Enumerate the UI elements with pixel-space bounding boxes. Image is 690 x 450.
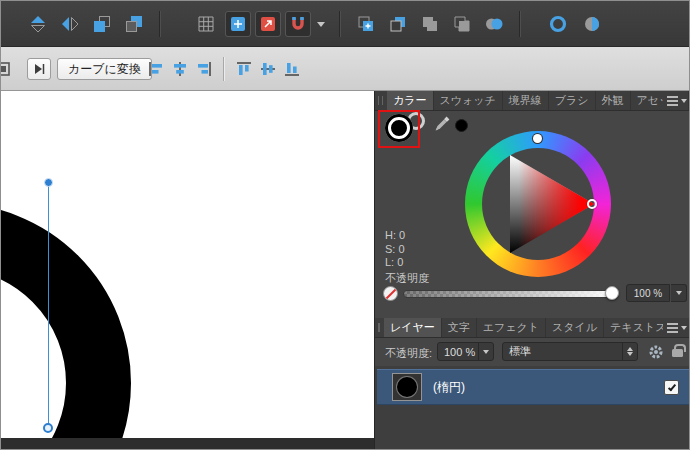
no-fill-icon[interactable] (383, 286, 398, 301)
layer-settings-gear-icon[interactable] (648, 344, 664, 363)
node-handle-top[interactable] (44, 178, 53, 187)
node-handle-bottom[interactable] (43, 423, 53, 433)
opacity-value-box[interactable]: 100 % (626, 284, 670, 302)
node-preview-icon-button[interactable] (27, 58, 51, 80)
color-wheel[interactable] (465, 131, 611, 277)
flip-horizontal-icon[interactable] (57, 11, 83, 37)
canvas-pasteboard (1, 438, 374, 450)
insert-behind-icon[interactable] (385, 11, 411, 37)
toolbar-separator (339, 11, 340, 37)
arrange-to-front-icon[interactable] (89, 11, 115, 37)
align-center-icon[interactable] (169, 59, 191, 79)
saturation-value: S: 0 (385, 243, 405, 257)
opacity-slider-track[interactable] (403, 290, 614, 298)
align-bottom-icon[interactable] (281, 59, 303, 79)
layers-list: (楕円) (375, 366, 690, 450)
show-grid-icon[interactable] (193, 11, 219, 37)
layer-name: (楕円) (433, 379, 465, 396)
lock-icon[interactable] (672, 349, 683, 357)
layers-panel-tabbar: レイヤー 文字 エフェクト スタイル テキストスタイル (375, 318, 690, 338)
arrange-to-back-icon[interactable] (121, 11, 147, 37)
align-top-icon[interactable] (233, 59, 255, 79)
eyedropper-icon[interactable] (433, 115, 451, 136)
snapping-options-caret-icon[interactable] (313, 11, 329, 37)
fill-color-swatch[interactable] (385, 114, 413, 142)
insert-duplicate-icon[interactable] (353, 11, 379, 37)
check-icon (667, 382, 675, 391)
pixel-snap-icon[interactable] (255, 11, 281, 37)
opacity-label: 不透明度 (385, 271, 429, 286)
boolean-add-icon[interactable] (417, 11, 443, 37)
main-toolbar (1, 1, 689, 47)
tab-brushes[interactable]: ブラシ (549, 91, 596, 110)
align-right-icon[interactable] (193, 59, 215, 79)
layers-panel-menu-icon[interactable] (663, 321, 687, 335)
snapping-magnet-icon[interactable] (285, 11, 311, 37)
hsl-readout: H: 0 S: 0 L: 0 (385, 229, 405, 270)
tab-layers[interactable]: レイヤー (384, 318, 442, 337)
shape-overlap-icon[interactable] (481, 11, 507, 37)
layer-opacity-dropdown[interactable]: 100 % (437, 342, 494, 361)
hue-marker[interactable] (533, 134, 542, 143)
color-panel-tabbar: カラー スウォッチ 境界線 ブラシ 外観 アセット (375, 91, 690, 111)
selection-path-line (48, 182, 49, 428)
canvas[interactable] (1, 91, 374, 438)
layer-visibility-checkbox[interactable] (664, 380, 679, 395)
ellipse-shape[interactable] (1, 203, 131, 438)
color-panel-menu-icon[interactable] (663, 94, 687, 108)
circle-half-icon[interactable] (579, 11, 605, 37)
clipped-icon[interactable] (0, 59, 15, 79)
toolbar-separator (519, 11, 520, 37)
align-left-icon[interactable] (145, 59, 167, 79)
toolbar-separator (223, 57, 224, 81)
tab-appearance[interactable]: 外観 (596, 91, 631, 110)
ellipse-thumbnail-icon (397, 377, 417, 397)
hue-value: H: 0 (385, 229, 405, 243)
tab-styles[interactable]: スタイル (546, 318, 604, 337)
affinity-designer-window: カーブに変換 カラー スウォッチ (0, 0, 690, 450)
tab-swatches[interactable]: スウォッチ (434, 91, 503, 110)
blend-mode-value: 標準 (503, 344, 622, 359)
layer-row-ellipse[interactable]: (楕円) (377, 369, 690, 405)
ellipse-ring-icon[interactable] (545, 11, 571, 37)
snap-to-grid-icon[interactable] (225, 11, 251, 37)
boolean-subtract-icon[interactable] (449, 11, 475, 37)
tab-effects[interactable]: エフェクト (477, 318, 546, 337)
right-panel: カラー スウォッチ 境界線 ブラシ 外観 アセット H: 0 S: 0 L: 0 (374, 91, 690, 450)
layers-controls: 不透明度: 100 % 標準 (375, 338, 690, 366)
panel-drag-grip[interactable] (378, 323, 380, 332)
tab-color[interactable]: カラー (387, 91, 434, 110)
convert-to-curves-button[interactable]: カーブに変換 (57, 58, 152, 80)
context-toolbar: カーブに変換 (1, 47, 689, 91)
layer-opacity-label: 不透明度: (385, 346, 432, 361)
tab-stroke[interactable]: 境界線 (503, 91, 549, 110)
flip-vertical-icon[interactable] (25, 11, 51, 37)
align-middle-icon[interactable] (257, 59, 279, 79)
panel-drag-grip[interactable] (378, 96, 383, 105)
opacity-caret-icon[interactable] (671, 284, 687, 302)
layer-opacity-value: 100 % (438, 346, 478, 358)
layer-thumbnail[interactable] (392, 373, 422, 401)
lightness-value: L: 0 (385, 256, 405, 270)
saturation-marker[interactable] (587, 199, 597, 209)
toolbar-separator (159, 11, 160, 37)
opacity-slider-knob[interactable] (605, 286, 619, 300)
blend-mode-dropdown[interactable]: 標準 (502, 342, 638, 361)
tab-character[interactable]: 文字 (442, 318, 477, 337)
